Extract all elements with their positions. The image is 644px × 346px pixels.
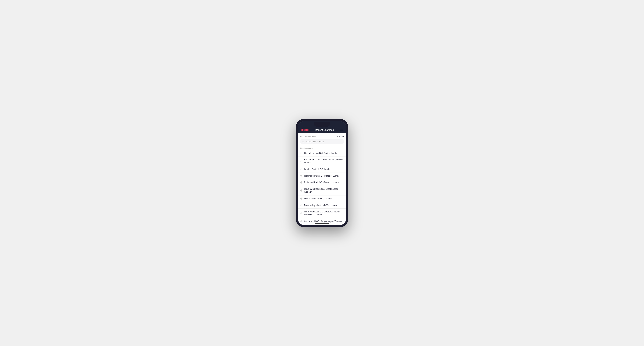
location-pin-icon	[300, 204, 302, 206]
location-pin-icon	[300, 168, 302, 170]
course-name: Dukes Meadows GC, London	[304, 197, 332, 200]
course-list-item[interactable]: North Middlesex GC (1011942 - North Midd…	[298, 209, 346, 218]
app-logo: clippd	[301, 128, 308, 132]
location-pin-icon	[300, 220, 302, 222]
course-list-item[interactable]: Dukes Meadows GC, London	[298, 195, 346, 202]
course-list-item[interactable]: London Scottish GC, London	[298, 166, 346, 173]
location-pin-icon	[300, 160, 302, 162]
svg-point-11	[301, 221, 302, 221]
course-list-item[interactable]: Royal Wimbledon GC, Great London Authori…	[298, 186, 346, 195]
course-name: North Middlesex GC (1011942 - North Midd…	[304, 210, 344, 216]
svg-point-9	[301, 205, 302, 205]
course-list-item[interactable]: Brent Valley Municipal GC, London	[298, 202, 346, 209]
course-name: London Scottish GC, London	[304, 168, 331, 171]
search-area: Find a Golf Course Cancel	[298, 133, 346, 146]
location-pin-icon	[300, 181, 302, 183]
course-list-item[interactable]: Roehampton Club - Roehampton, Greater Lo…	[298, 157, 346, 166]
search-input[interactable]	[305, 140, 342, 143]
location-pin-icon	[300, 175, 302, 177]
location-pin-icon	[300, 152, 302, 154]
cancel-button[interactable]: Cancel	[337, 135, 344, 138]
svg-point-4	[301, 169, 302, 170]
course-list-item[interactable]: Richmond Park GC - Duke's, London	[298, 179, 346, 186]
course-name: Richmond Park GC - Prince's, Surrey	[304, 174, 339, 177]
svg-line-1	[304, 142, 304, 142]
header-title: Recent Searches	[315, 129, 334, 131]
nearby-label: Nearby courses	[298, 146, 346, 150]
course-list-item[interactable]: Richmond Park GC - Prince's, Surrey	[298, 173, 346, 179]
svg-point-3	[301, 161, 302, 161]
location-pin-icon	[300, 189, 302, 192]
course-name: Roehampton Club - Roehampton, Greater Lo…	[304, 158, 344, 164]
course-list-item[interactable]: Coombe Hill GC, Kingston upon Thames	[298, 218, 346, 225]
svg-point-6	[301, 182, 302, 182]
location-pin-icon	[300, 212, 302, 214]
find-header: Find a Golf Course Cancel	[298, 133, 346, 139]
course-list-item[interactable]: Central London Golf Centre, London	[298, 150, 346, 157]
course-name: Brent Valley Municipal GC, London	[304, 204, 337, 207]
course-name: Royal Wimbledon GC, Great London Authori…	[304, 187, 344, 193]
svg-point-2	[301, 153, 302, 153]
course-name: Central London Golf Centre, London	[304, 152, 338, 155]
phone-frame: clippd Recent Searches Find a Golf Cours…	[296, 119, 348, 227]
find-label: Find a Golf Course	[300, 136, 316, 138]
search-box[interactable]	[300, 139, 344, 144]
hamburger-line-3	[340, 131, 343, 131]
course-list-container: Nearby courses Central London Golf Centr…	[298, 146, 346, 225]
search-icon	[302, 141, 304, 143]
location-pin-icon	[300, 197, 302, 200]
svg-point-10	[301, 213, 302, 213]
home-indicator	[315, 223, 329, 224]
course-list: Central London Golf Centre, London Roeha…	[298, 150, 346, 225]
hamburger-line-1	[340, 129, 343, 129]
phone-notch	[314, 122, 330, 127]
svg-point-5	[301, 175, 302, 176]
hamburger-menu-icon[interactable]	[340, 129, 343, 131]
svg-point-7	[301, 190, 302, 191]
course-name: Richmond Park GC - Duke's, London	[304, 181, 339, 184]
course-name: Coombe Hill GC, Kingston upon Thames	[304, 220, 342, 223]
svg-point-8	[301, 198, 302, 199]
phone-screen: clippd Recent Searches Find a Golf Cours…	[298, 121, 346, 225]
hamburger-line-2	[340, 130, 343, 130]
